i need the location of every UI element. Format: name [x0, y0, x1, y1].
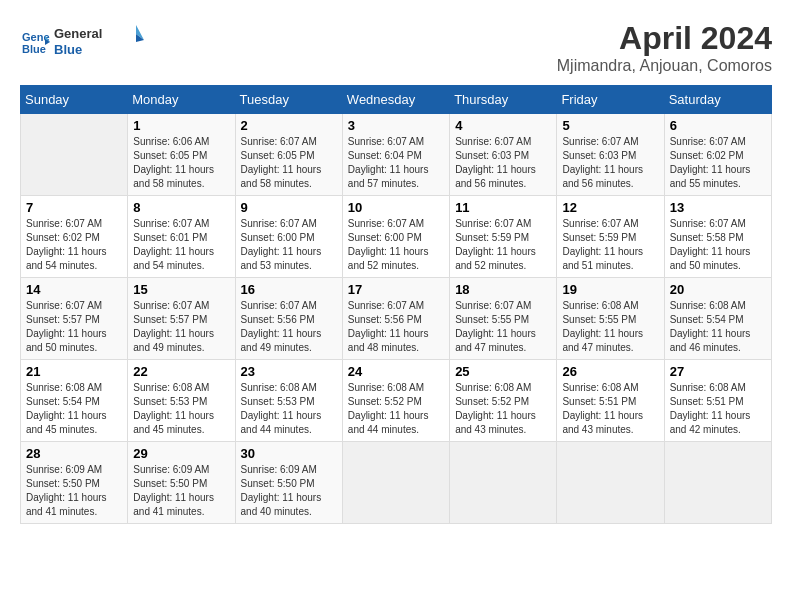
day-info: Sunrise: 6:07 AMSunset: 5:57 PMDaylight:… — [26, 299, 122, 355]
svg-text:Blue: Blue — [54, 42, 82, 57]
day-number: 21 — [26, 364, 122, 379]
day-number: 20 — [670, 282, 766, 297]
day-cell: 6Sunrise: 6:07 AMSunset: 6:02 PMDaylight… — [664, 114, 771, 196]
svg-text:General: General — [54, 26, 102, 41]
day-number: 26 — [562, 364, 658, 379]
day-info: Sunrise: 6:07 AMSunset: 6:02 PMDaylight:… — [26, 217, 122, 273]
header-cell-tuesday: Tuesday — [235, 86, 342, 114]
day-number: 22 — [133, 364, 229, 379]
day-info: Sunrise: 6:07 AMSunset: 5:57 PMDaylight:… — [133, 299, 229, 355]
day-info: Sunrise: 6:08 AMSunset: 5:54 PMDaylight:… — [26, 381, 122, 437]
day-cell: 5Sunrise: 6:07 AMSunset: 6:03 PMDaylight… — [557, 114, 664, 196]
day-number: 28 — [26, 446, 122, 461]
day-cell: 20Sunrise: 6:08 AMSunset: 5:54 PMDayligh… — [664, 278, 771, 360]
day-info: Sunrise: 6:07 AMSunset: 6:00 PMDaylight:… — [348, 217, 444, 273]
week-row-4: 28Sunrise: 6:09 AMSunset: 5:50 PMDayligh… — [21, 442, 772, 524]
week-row-3: 21Sunrise: 6:08 AMSunset: 5:54 PMDayligh… — [21, 360, 772, 442]
day-info: Sunrise: 6:07 AMSunset: 6:00 PMDaylight:… — [241, 217, 337, 273]
day-info: Sunrise: 6:07 AMSunset: 6:02 PMDaylight:… — [670, 135, 766, 191]
month-title: April 2024 — [557, 20, 772, 57]
week-row-2: 14Sunrise: 6:07 AMSunset: 5:57 PMDayligh… — [21, 278, 772, 360]
day-cell: 8Sunrise: 6:07 AMSunset: 6:01 PMDaylight… — [128, 196, 235, 278]
day-info: Sunrise: 6:08 AMSunset: 5:53 PMDaylight:… — [133, 381, 229, 437]
day-cell: 29Sunrise: 6:09 AMSunset: 5:50 PMDayligh… — [128, 442, 235, 524]
day-number: 7 — [26, 200, 122, 215]
header-cell-wednesday: Wednesday — [342, 86, 449, 114]
day-number: 3 — [348, 118, 444, 133]
day-number: 8 — [133, 200, 229, 215]
day-cell: 12Sunrise: 6:07 AMSunset: 5:59 PMDayligh… — [557, 196, 664, 278]
day-cell: 23Sunrise: 6:08 AMSunset: 5:53 PMDayligh… — [235, 360, 342, 442]
svg-text:Blue: Blue — [22, 43, 46, 55]
day-info: Sunrise: 6:08 AMSunset: 5:55 PMDaylight:… — [562, 299, 658, 355]
day-number: 4 — [455, 118, 551, 133]
day-info: Sunrise: 6:09 AMSunset: 5:50 PMDaylight:… — [241, 463, 337, 519]
day-number: 30 — [241, 446, 337, 461]
week-row-0: 1Sunrise: 6:06 AMSunset: 6:05 PMDaylight… — [21, 114, 772, 196]
day-cell: 27Sunrise: 6:08 AMSunset: 5:51 PMDayligh… — [664, 360, 771, 442]
day-cell: 10Sunrise: 6:07 AMSunset: 6:00 PMDayligh… — [342, 196, 449, 278]
day-cell: 1Sunrise: 6:06 AMSunset: 6:05 PMDaylight… — [128, 114, 235, 196]
day-info: Sunrise: 6:07 AMSunset: 5:59 PMDaylight:… — [562, 217, 658, 273]
day-info: Sunrise: 6:07 AMSunset: 6:05 PMDaylight:… — [241, 135, 337, 191]
day-number: 11 — [455, 200, 551, 215]
day-info: Sunrise: 6:08 AMSunset: 5:52 PMDaylight:… — [348, 381, 444, 437]
day-cell: 18Sunrise: 6:07 AMSunset: 5:55 PMDayligh… — [450, 278, 557, 360]
day-number: 6 — [670, 118, 766, 133]
day-info: Sunrise: 6:07 AMSunset: 5:56 PMDaylight:… — [348, 299, 444, 355]
day-cell: 9Sunrise: 6:07 AMSunset: 6:00 PMDaylight… — [235, 196, 342, 278]
day-info: Sunrise: 6:08 AMSunset: 5:51 PMDaylight:… — [562, 381, 658, 437]
day-number: 15 — [133, 282, 229, 297]
day-cell: 26Sunrise: 6:08 AMSunset: 5:51 PMDayligh… — [557, 360, 664, 442]
day-number: 23 — [241, 364, 337, 379]
day-cell: 16Sunrise: 6:07 AMSunset: 5:56 PMDayligh… — [235, 278, 342, 360]
day-cell: 15Sunrise: 6:07 AMSunset: 5:57 PMDayligh… — [128, 278, 235, 360]
logo: General Blue General Blue — [20, 20, 144, 64]
day-info: Sunrise: 6:07 AMSunset: 5:56 PMDaylight:… — [241, 299, 337, 355]
day-cell: 7Sunrise: 6:07 AMSunset: 6:02 PMDaylight… — [21, 196, 128, 278]
day-number: 18 — [455, 282, 551, 297]
day-cell: 13Sunrise: 6:07 AMSunset: 5:58 PMDayligh… — [664, 196, 771, 278]
day-number: 24 — [348, 364, 444, 379]
day-cell: 30Sunrise: 6:09 AMSunset: 5:50 PMDayligh… — [235, 442, 342, 524]
logo-icon: General Blue — [20, 27, 50, 57]
day-cell: 28Sunrise: 6:09 AMSunset: 5:50 PMDayligh… — [21, 442, 128, 524]
day-cell: 4Sunrise: 6:07 AMSunset: 6:03 PMDaylight… — [450, 114, 557, 196]
day-info: Sunrise: 6:07 AMSunset: 5:59 PMDaylight:… — [455, 217, 551, 273]
title-area: April 2024 Mjimandra, Anjouan, Comoros — [557, 20, 772, 75]
day-info: Sunrise: 6:08 AMSunset: 5:54 PMDaylight:… — [670, 299, 766, 355]
header-cell-friday: Friday — [557, 86, 664, 114]
day-number: 17 — [348, 282, 444, 297]
page-header: General Blue General Blue April 2024 Mji… — [20, 20, 772, 75]
day-number: 14 — [26, 282, 122, 297]
day-info: Sunrise: 6:08 AMSunset: 5:52 PMDaylight:… — [455, 381, 551, 437]
day-number: 16 — [241, 282, 337, 297]
day-number: 1 — [133, 118, 229, 133]
day-info: Sunrise: 6:07 AMSunset: 6:04 PMDaylight:… — [348, 135, 444, 191]
day-info: Sunrise: 6:06 AMSunset: 6:05 PMDaylight:… — [133, 135, 229, 191]
day-info: Sunrise: 6:09 AMSunset: 5:50 PMDaylight:… — [26, 463, 122, 519]
day-cell: 22Sunrise: 6:08 AMSunset: 5:53 PMDayligh… — [128, 360, 235, 442]
day-cell: 19Sunrise: 6:08 AMSunset: 5:55 PMDayligh… — [557, 278, 664, 360]
calendar-table: SundayMondayTuesdayWednesdayThursdayFrid… — [20, 85, 772, 524]
day-cell: 21Sunrise: 6:08 AMSunset: 5:54 PMDayligh… — [21, 360, 128, 442]
day-info: Sunrise: 6:07 AMSunset: 6:03 PMDaylight:… — [455, 135, 551, 191]
day-info: Sunrise: 6:07 AMSunset: 6:01 PMDaylight:… — [133, 217, 229, 273]
day-info: Sunrise: 6:08 AMSunset: 5:53 PMDaylight:… — [241, 381, 337, 437]
day-info: Sunrise: 6:09 AMSunset: 5:50 PMDaylight:… — [133, 463, 229, 519]
general-blue-logo: General Blue — [54, 20, 144, 60]
day-info: Sunrise: 6:08 AMSunset: 5:51 PMDaylight:… — [670, 381, 766, 437]
day-cell: 25Sunrise: 6:08 AMSunset: 5:52 PMDayligh… — [450, 360, 557, 442]
day-cell: 2Sunrise: 6:07 AMSunset: 6:05 PMDaylight… — [235, 114, 342, 196]
day-cell — [664, 442, 771, 524]
day-number: 25 — [455, 364, 551, 379]
day-number: 29 — [133, 446, 229, 461]
day-info: Sunrise: 6:07 AMSunset: 5:55 PMDaylight:… — [455, 299, 551, 355]
day-info: Sunrise: 6:07 AMSunset: 5:58 PMDaylight:… — [670, 217, 766, 273]
day-info: Sunrise: 6:07 AMSunset: 6:03 PMDaylight:… — [562, 135, 658, 191]
day-number: 13 — [670, 200, 766, 215]
day-number: 5 — [562, 118, 658, 133]
day-cell — [21, 114, 128, 196]
day-number: 27 — [670, 364, 766, 379]
day-cell — [450, 442, 557, 524]
